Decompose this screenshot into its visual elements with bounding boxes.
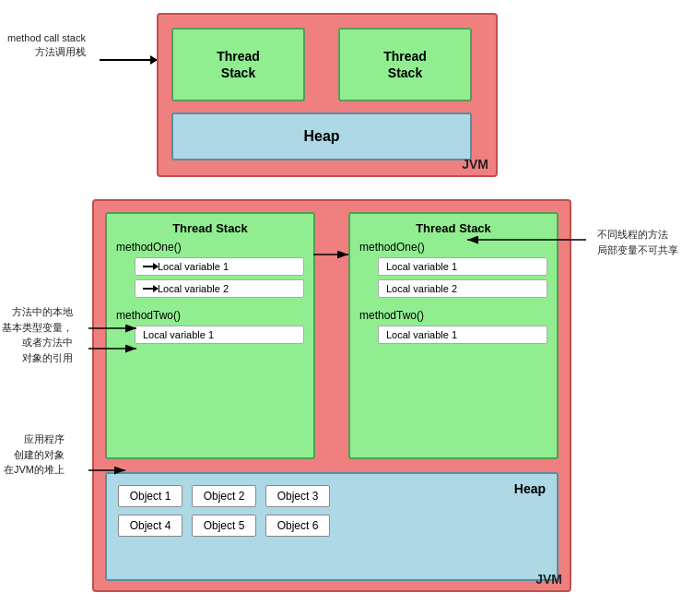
diagram-area: method call stack方法调用栈 ThreadStack Threa… [0, 0, 682, 616]
stack2-local-var1: Local variable 1 [378, 257, 547, 276]
stack2-local-var2: Local variable 2 [378, 279, 547, 298]
stack1-method1-label: methodOne() [116, 241, 304, 254]
top-jvm-box: ThreadStack ThreadStack Heap JVM [157, 13, 498, 177]
stack2-method1-label: methodOne() [359, 241, 547, 254]
heap-object-5: Object 5 [192, 515, 256, 537]
heap-object-3: Object 3 [265, 485, 330, 507]
heap-object-2: Object 2 [192, 485, 256, 507]
top-jvm-label: JVM [462, 157, 488, 172]
heap-title: Heap [514, 481, 546, 496]
heap-object-6: Object 6 [265, 515, 330, 537]
bottom-jvm-box: Thread Stack methodOne() Local variable … [92, 199, 571, 592]
stack1-method2-label: methodTwo() [116, 309, 304, 322]
heap-object-1: Object 1 [118, 485, 182, 507]
top-thread-stack-2: ThreadStack [338, 28, 472, 101]
annotation-bottom-left-heap: 应用程序创建的对象在JVM的堆上 [4, 432, 65, 478]
arrow-method-call [100, 59, 157, 61]
heap-objects-row1: Object 1 Object 2 Object 3 [118, 485, 549, 507]
stack1-local-var1: Local variable 1 [135, 257, 304, 276]
stack1-title: Thread Stack [116, 221, 304, 235]
annotation-bottom-left-methods: 方法中的本地基本类型变量，或者方法中对象的引用 [2, 304, 73, 365]
bottom-thread-stack-2: Thread Stack methodOne() Local variable … [348, 212, 559, 459]
stack1-local-var3: Local variable 1 [135, 326, 304, 344]
stack2-title: Thread Stack [359, 221, 547, 235]
arrow-var1 [143, 266, 154, 267]
heap-objects-row2: Object 4 Object 5 Object 6 [118, 515, 549, 537]
top-heap-box: Heap [171, 113, 472, 160]
bottom-heap-box: Heap Object 1 Object 2 Object 3 Object 4… [105, 472, 559, 581]
stack1-local-var2: Local variable 2 [135, 279, 304, 298]
bottom-jvm-label: JVM [535, 572, 562, 586]
annotation-top-method-call: method call stack方法调用栈 [7, 31, 86, 60]
heap-object-4: Object 4 [118, 515, 182, 537]
top-thread-stack-1: ThreadStack [171, 28, 305, 101]
stack2-method2-label: methodTwo() [359, 309, 547, 322]
arrow-var2 [143, 288, 154, 290]
annotation-bottom-right-threads: 不同线程的方法局部变量不可共享 [597, 227, 678, 257]
stack2-local-var3: Local variable 1 [378, 326, 547, 344]
bottom-thread-stack-1: Thread Stack methodOne() Local variable … [105, 212, 315, 459]
